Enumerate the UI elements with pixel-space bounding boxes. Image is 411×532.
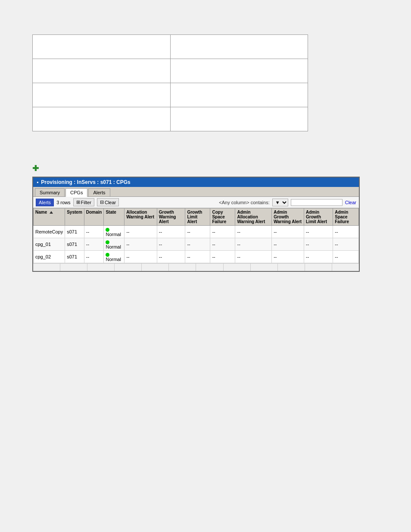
table-cell: s071 bbox=[65, 238, 84, 251]
col-header-admin-alloc[interactable]: Admin Allocation Warning Alert bbox=[235, 208, 272, 226]
col-header-admin-growth-limit[interactable]: Admin Growth Limit Alert bbox=[304, 208, 333, 226]
title-bar-icon: ▪ bbox=[37, 179, 38, 185]
tab-summary[interactable]: Summary bbox=[35, 188, 65, 196]
clear-filter-link[interactable]: Clear bbox=[345, 200, 356, 205]
table-cell: -- bbox=[210, 238, 235, 251]
col-header-growth-limit[interactable]: Growth Limit Alert bbox=[185, 208, 210, 226]
filter-button[interactable]: ⊞ Filter bbox=[73, 198, 94, 206]
tab-cpgs[interactable]: CPGs bbox=[65, 188, 87, 197]
table-cell: -- bbox=[185, 226, 210, 238]
table-cell: -- bbox=[304, 251, 333, 263]
status-cell-1 bbox=[33, 264, 60, 271]
status-dot-icon bbox=[106, 253, 109, 257]
table-cell: -- bbox=[84, 238, 104, 251]
status-cell-5 bbox=[142, 264, 169, 271]
table-cell: -- bbox=[84, 251, 104, 263]
top-grid-cell bbox=[33, 59, 171, 83]
table-cell: -- bbox=[235, 226, 272, 238]
table-cell: -- bbox=[272, 251, 304, 263]
table-cell: cpg_01 bbox=[34, 238, 65, 251]
top-grid-row bbox=[33, 83, 308, 107]
top-grid-cell bbox=[171, 83, 308, 107]
col-header-system[interactable]: System bbox=[65, 208, 84, 226]
table-cell: -- bbox=[235, 251, 272, 263]
cpg-table: Name System Domain State Allocation Warn… bbox=[33, 208, 359, 263]
title-bar: ▪ Provisioning : InServs : s071 : CPGs bbox=[33, 177, 359, 187]
table-cell: -- bbox=[185, 238, 210, 251]
top-grid-row bbox=[33, 107, 308, 131]
col-header-copy-space[interactable]: Copy Space Failure bbox=[210, 208, 235, 226]
col-header-state[interactable]: State bbox=[104, 208, 125, 226]
status-cell-3 bbox=[87, 264, 115, 271]
table-cell: -- bbox=[333, 238, 359, 251]
table-cell: -- bbox=[157, 238, 185, 251]
clear-button[interactable]: ⊟ Clear bbox=[97, 198, 119, 206]
top-grid-cell bbox=[171, 59, 308, 83]
col-header-admin-space[interactable]: Admin Space Failure bbox=[333, 208, 359, 226]
status-cell-8 bbox=[224, 264, 251, 271]
filter-label: Filter bbox=[81, 200, 91, 205]
top-grid-row bbox=[33, 35, 308, 59]
add-icon[interactable]: ✚ bbox=[32, 164, 39, 173]
cell-state: Normal bbox=[104, 226, 125, 238]
status-cell-9 bbox=[251, 264, 278, 271]
table-cell: s071 bbox=[65, 251, 84, 263]
cell-state: Normal bbox=[104, 238, 125, 251]
sort-asc-icon bbox=[50, 211, 53, 214]
status-dot-icon bbox=[106, 228, 109, 232]
filter-any-column-label: <Any column> contains: bbox=[219, 200, 269, 205]
table-cell: -- bbox=[84, 226, 104, 238]
top-grid bbox=[32, 34, 308, 131]
table-cell: -- bbox=[272, 226, 304, 238]
table-cell: -- bbox=[304, 238, 333, 251]
status-cell-6 bbox=[169, 264, 196, 271]
table-row[interactable]: cpg_01s071--Normal---------------- bbox=[34, 238, 359, 251]
panel-title: Provisioning : InServs : s071 : CPGs bbox=[41, 179, 130, 185]
top-grid-cell bbox=[171, 107, 308, 131]
table-cell: -- bbox=[333, 226, 359, 238]
tabs-row: Summary CPGs Alerts bbox=[33, 187, 359, 197]
table-cell: -- bbox=[333, 251, 359, 263]
cell-state: Normal bbox=[104, 251, 125, 263]
top-grid-cell bbox=[33, 107, 171, 131]
table-cell: -- bbox=[157, 226, 185, 238]
table-header-row: Name System Domain State Allocation Warn… bbox=[34, 208, 359, 226]
table-cell: -- bbox=[272, 238, 304, 251]
tab-alerts[interactable]: Alerts bbox=[88, 188, 110, 196]
table-cell: s071 bbox=[65, 226, 84, 238]
table-body: RemoteCopys071--Normal----------------cp… bbox=[34, 226, 359, 263]
top-grid-cell bbox=[33, 35, 171, 59]
col-header-name[interactable]: Name bbox=[34, 208, 65, 226]
filter-search-input[interactable] bbox=[291, 199, 342, 206]
filter-column-dropdown[interactable]: ▼ bbox=[272, 199, 288, 206]
col-header-growth-warning[interactable]: Growth Warning Alert bbox=[157, 208, 185, 226]
col-header-domain[interactable]: Domain bbox=[84, 208, 104, 226]
top-grid-row bbox=[33, 59, 308, 83]
col-header-admin-growth[interactable]: Admin Growth Warning Alert bbox=[272, 208, 304, 226]
main-panel: ▪ Provisioning : InServs : s071 : CPGs S… bbox=[32, 177, 360, 272]
table-cell: -- bbox=[125, 238, 157, 251]
row-count: 3 rows bbox=[56, 200, 70, 205]
table-cell: -- bbox=[125, 251, 157, 263]
table-row[interactable]: cpg_02s071--Normal---------------- bbox=[34, 251, 359, 263]
status-cell-7 bbox=[196, 264, 223, 271]
table-cell: RemoteCopy bbox=[34, 226, 65, 238]
status-cell-12 bbox=[332, 264, 359, 271]
top-grid-cell bbox=[33, 83, 171, 107]
table-cell: -- bbox=[210, 251, 235, 263]
filter-icon: ⊞ bbox=[76, 199, 80, 205]
status-cell-2 bbox=[60, 264, 87, 271]
col-header-allocation-warning[interactable]: Allocation Warning Alert bbox=[125, 208, 157, 226]
table-row[interactable]: RemoteCopys071--Normal---------------- bbox=[34, 226, 359, 238]
table-cell: -- bbox=[304, 226, 333, 238]
table-cell: -- bbox=[125, 226, 157, 238]
status-bar bbox=[33, 263, 359, 271]
top-grid-cell bbox=[171, 35, 308, 59]
table-cell: -- bbox=[157, 251, 185, 263]
table-cell: -- bbox=[235, 238, 272, 251]
toolbar: Alerts 3 rows ⊞ Filter ⊟ Clear <Any colu… bbox=[33, 197, 359, 208]
alerts-dropdown[interactable]: Alerts bbox=[36, 199, 54, 206]
status-cell-4 bbox=[115, 264, 142, 271]
table-cell: -- bbox=[185, 251, 210, 263]
table-cell: -- bbox=[210, 226, 235, 238]
